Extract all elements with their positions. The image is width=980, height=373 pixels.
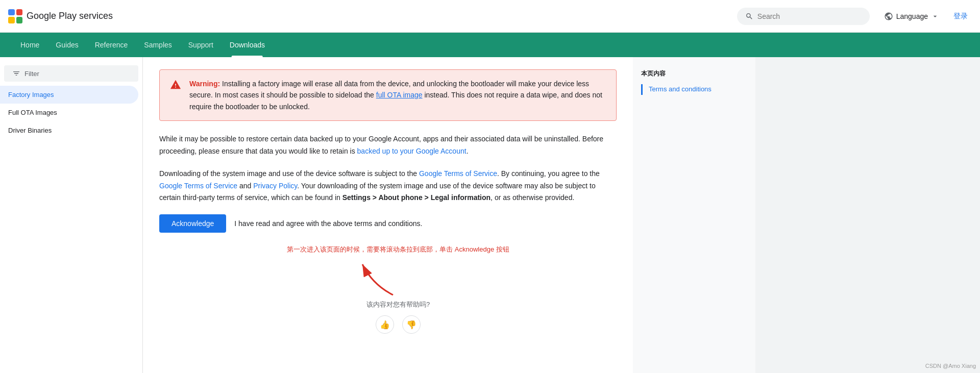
search-icon [745,12,753,21]
top-header: Google Play services Language 登录 [0,0,980,33]
privacy-policy-link[interactable]: Privacy Policy [253,182,297,190]
google-tos-link2[interactable]: Google Terms of Service [159,182,237,190]
para2-text1: Downloading of the system image and use … [159,169,419,178]
red-arrow [352,254,413,300]
google-play-services-icon [8,9,22,23]
language-button[interactable]: Language [878,8,945,25]
nav-support[interactable]: Support [180,33,222,57]
settings-path: Settings > About phone > Legal informati… [342,193,491,202]
warning-box: Warning: Installing a factory image will… [159,69,617,121]
search-bar[interactable] [737,8,870,25]
para2-text3: and [237,182,253,190]
annotation-area: 第一次进入该页面的时候，需要将滚动条拉到底部，单击 Acknowledge 按钮… [180,245,617,334]
para2-text2: . By continuing, you agree to the [497,169,600,178]
filter-label: Filter [24,70,39,78]
thumbs-up-button[interactable]: 👍 [376,315,394,334]
app-title: Google Play services [27,11,113,21]
toc-terms-link[interactable]: Terms and conditions [641,84,747,95]
nav-reference[interactable]: Reference [87,33,136,57]
acknowledge-button[interactable]: Acknowledge [159,214,226,233]
nav-bar: Home Guides Reference Samples Support Do… [0,33,980,57]
warning-text: Warning: Installing a factory image will… [189,78,606,112]
para1-text2: . [467,147,469,155]
logo-area: Google Play services [8,9,113,23]
acknowledge-label: I have read and agree with the above ter… [234,219,422,228]
annotation-chinese: 第一次进入该页面的时候，需要将滚动条拉到底部，单击 Acknowledge 按钮 [287,245,509,254]
search-input[interactable] [757,12,862,20]
nav-home[interactable]: Home [12,33,47,57]
sidebar-item-full-ota[interactable]: Full OTA Images [0,104,138,121]
sidebar-item-driver-binaries[interactable]: Driver Binaries [0,121,138,139]
login-button[interactable]: 登录 [949,8,972,25]
globe-icon [884,12,893,21]
sidebar-item-factory-images[interactable]: Factory Images [0,86,138,104]
para2-text5: , or as otherwise provided. [491,193,574,202]
filter-bar[interactable]: Filter [4,65,138,82]
feedback-row: 👍 👎 [376,315,421,334]
nav-downloads[interactable]: Downloads [222,33,273,57]
full-ota-link[interactable]: full OTA image [376,91,423,99]
warning-strong: Warning: [189,80,220,88]
watermark: CSDN @Amo Xiang [925,363,976,369]
annotation-content: 第一次进入该页面的时候，需要将滚动条拉到底部，单击 Acknowledge 按钮… [180,245,617,334]
language-label: Language [896,12,928,20]
nav-guides[interactable]: Guides [47,33,86,57]
left-sidebar: Filter Factory Images Full OTA Images Dr… [0,57,143,373]
filter-icon [12,69,20,78]
google-tos-link1[interactable]: Google Terms of Service [419,169,497,178]
right-sidebar: 本页内容 Terms and conditions [633,57,755,373]
main-content: Warning: Installing a factory image will… [143,57,633,373]
helpful-text: 该内容对您有帮助吗? [366,300,430,309]
backup-link[interactable]: backed up to your Google Account [357,147,467,155]
paragraph-2: Downloading of the system image and use … [159,168,617,204]
thumbs-down-button[interactable]: 👎 [402,315,421,334]
chevron-down-icon [931,12,939,20]
toc-title: 本页内容 [641,69,747,78]
nav-samples[interactable]: Samples [136,33,180,57]
acknowledge-row: Acknowledge I have read and agree with t… [159,214,617,233]
paragraph-1: While it may be possible to restore cert… [159,133,617,158]
warning-icon [170,79,181,112]
main-layout: Filter Factory Images Full OTA Images Dr… [0,57,980,373]
